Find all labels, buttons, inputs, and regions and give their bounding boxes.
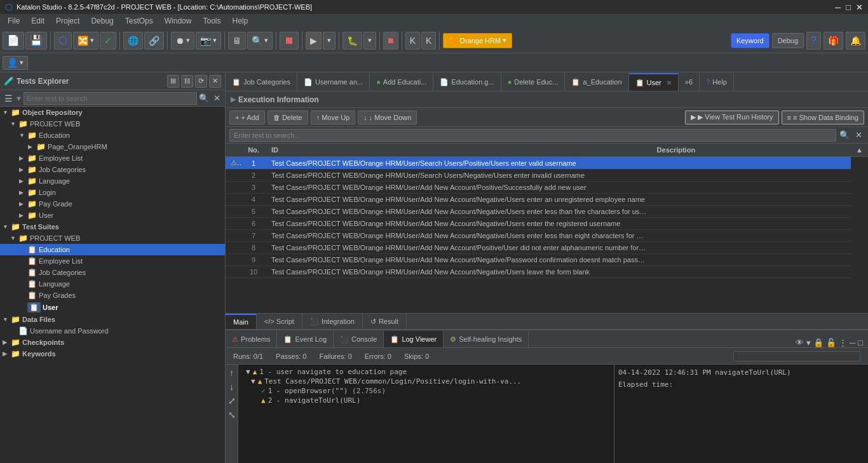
sidebar-item-login-repo[interactable]: ▶ 📁 Login xyxy=(0,187,225,198)
show-binding-button[interactable]: ≡ ≡ Show Data Binding xyxy=(782,111,864,124)
log-more-icon[interactable]: ⋮ xyxy=(839,338,847,347)
exec-info-collapse-icon[interactable]: ▶ xyxy=(231,95,236,104)
close-button[interactable]: ✕ xyxy=(856,3,863,12)
new-button[interactable]: 📄 xyxy=(3,32,24,50)
sidebar-item-test-suites[interactable]: ▼ 📁 Test Suites xyxy=(0,221,225,232)
delete-button[interactable]: 🗑 Delete xyxy=(268,111,308,124)
tab-education-g[interactable]: 📄 Education.g... xyxy=(433,73,501,91)
sidebar-item-object-repository[interactable]: ▼ 📁 Object Repository xyxy=(0,107,225,118)
tab-integration[interactable]: ⬛ Integration xyxy=(302,314,363,329)
sidebar-item-pay-grade-repo[interactable]: ▶ 📁 Pay Grade xyxy=(0,198,225,210)
gift-btn[interactable]: 🎁 xyxy=(824,32,843,50)
record-button[interactable]: ⏺ ▾ xyxy=(171,32,194,50)
log-eye-icon[interactable]: 👁 xyxy=(796,338,804,347)
menu-project[interactable]: Project xyxy=(51,15,85,27)
log-tab-log-viewer[interactable]: 📋 Log Viewer xyxy=(384,331,444,347)
notification-btn[interactable]: 🔔 xyxy=(846,32,865,50)
sidebar-item-keywords[interactable]: ▶ 📁 Keywords xyxy=(0,348,225,359)
debug-run-btn[interactable]: 🐛 xyxy=(342,32,362,50)
tab-username[interactable]: 📄 Username an... xyxy=(297,73,370,91)
sidebar-item-user-repo[interactable]: ▶ 📁 User xyxy=(0,210,225,221)
katalon-agent2[interactable]: K xyxy=(421,32,436,50)
tab-more[interactable]: »6 xyxy=(679,73,700,91)
tab-add-education[interactable]: ● Add Educati... xyxy=(370,73,433,91)
log-minimize-icon[interactable]: ─ xyxy=(850,338,855,347)
sidebar-item-ts-project-web[interactable]: ▼ 📁 PROJECT WEB xyxy=(0,232,225,244)
content-search-btn[interactable]: 🔍 xyxy=(839,130,850,141)
content-search-clear-btn[interactable]: ✕ xyxy=(853,130,864,141)
git-button[interactable]: 🔀 ▾ xyxy=(73,32,98,50)
tab-delete-educ[interactable]: ● Delete Educ... xyxy=(501,73,566,91)
log-config-icon[interactable]: ▾ xyxy=(806,338,811,347)
maximize-button[interactable]: □ xyxy=(846,3,851,12)
log-up-btn[interactable]: ↑ xyxy=(226,367,238,379)
content-search-input[interactable] xyxy=(229,129,836,142)
log-tab-self-healing[interactable]: ⚙ Self-healing Insights xyxy=(444,331,529,347)
move-up-button[interactable]: ↑ Move Up xyxy=(311,111,356,124)
log-unlock-icon[interactable]: 🔓 xyxy=(826,338,836,347)
menu-testops[interactable]: TestOps xyxy=(120,15,158,27)
globe-button[interactable]: 🌐 xyxy=(123,32,143,50)
sidebar-item-ts-language[interactable]: 📋 Language xyxy=(0,278,225,290)
table-row[interactable]: 5 Test Cases/PROJECT WEB/Orange HRM/User… xyxy=(226,206,868,218)
katalon-agent[interactable]: K xyxy=(405,32,420,50)
sidebar-item-ts-pay-grades[interactable]: 📋 Pay Grades xyxy=(0,290,225,301)
debug-run-dropdown[interactable]: ▾ xyxy=(363,32,376,50)
sidebar-item-education-repo[interactable]: ▼ 📁 Education xyxy=(0,130,225,141)
move-down-button[interactable]: ↓ ↓ Move Down xyxy=(358,111,417,124)
spy-button[interactable]: 🔍 ▾ xyxy=(247,32,273,50)
log-line-1-expand[interactable]: ▼ xyxy=(241,368,250,376)
run-dropdown[interactable]: ▾ xyxy=(323,32,336,50)
menu-edit[interactable]: Edit xyxy=(26,15,50,27)
orange-hrm-button[interactable]: 🟠 Orange HRM ▾ xyxy=(443,33,512,48)
menu-file[interactable]: File xyxy=(3,15,25,27)
help-icon-btn[interactable]: ? xyxy=(806,32,821,50)
sidebar-item-language-repo[interactable]: ▶ 📁 Language xyxy=(0,175,225,187)
menu-tools[interactable]: Tools xyxy=(198,15,226,27)
sidebar-item-project-web-repo[interactable]: ▼ 📁 PROJECT WEB xyxy=(0,118,225,130)
menu-debug[interactable]: Debug xyxy=(86,15,118,27)
katalon-icon-btn[interactable]: ⬡ xyxy=(54,32,72,50)
log-tab-console[interactable]: ⬛ Console xyxy=(334,331,384,347)
monitor-button[interactable]: 🖥 xyxy=(228,32,246,50)
camera-button[interactable]: 📷 ▾ xyxy=(196,32,221,50)
tab-user-close[interactable]: ✕ xyxy=(667,79,672,86)
save-button[interactable]: 💾 xyxy=(25,32,47,50)
sidebar-item-ts-user[interactable]: 📋 User xyxy=(0,301,225,314)
tab-script[interactable]: </> Script xyxy=(257,314,302,329)
debug-button[interactable]: Debug xyxy=(772,33,804,48)
profile-button[interactable]: 👤 ▾ xyxy=(3,56,28,70)
menu-help[interactable]: Help xyxy=(227,15,253,27)
log-collapse-btn[interactable]: ⤡ xyxy=(226,409,238,420)
keyword-button[interactable]: Keyword xyxy=(731,33,770,48)
check-button[interactable]: ✓ xyxy=(100,32,116,50)
tab-a-education[interactable]: 📋 a_Education xyxy=(565,73,628,91)
sidebar-item-checkpoints[interactable]: ▶ 📁 Checkpoints xyxy=(0,337,225,348)
table-row[interactable]: ⚠ 1 Test Cases/PROJECT WEB/Orange HRM/Us… xyxy=(226,157,868,170)
sidebar-item-job-categories-repo[interactable]: ▶ 📁 Job Categories xyxy=(0,164,225,175)
execute-button[interactable]: ▶ xyxy=(306,32,322,50)
log-tab-event[interactable]: 📋 Event Log xyxy=(277,331,334,347)
tab-user[interactable]: 📋 User ✕ xyxy=(629,73,679,91)
close-left-panel-btn[interactable]: ✕ xyxy=(209,75,221,88)
menu-window[interactable]: Window xyxy=(159,15,197,27)
left-menu-btn[interactable]: ☰ xyxy=(3,93,14,104)
left-search-btn[interactable]: 🔍 xyxy=(198,93,210,104)
table-row[interactable]: 6 Test Cases/PROJECT WEB/Orange HRM/User… xyxy=(226,218,868,230)
expand-all-btn[interactable]: ⊞ xyxy=(167,75,179,88)
col-scroll-up[interactable]: ▲ xyxy=(851,144,868,157)
table-row[interactable]: 10 Test Cases/PROJECT WEB/Orange HRM/Use… xyxy=(226,266,868,278)
log-tab-problems[interactable]: ⚠ Problems xyxy=(226,331,277,347)
minimize-button[interactable]: ─ xyxy=(835,3,841,12)
sidebar-item-ts-employee-list[interactable]: 📋 Employee List xyxy=(0,255,225,267)
tab-job-categories[interactable]: 📋 Job Categories xyxy=(226,73,297,91)
tab-main[interactable]: Main xyxy=(226,314,257,329)
log-lock-icon[interactable]: 🔒 xyxy=(813,338,824,347)
tab-result[interactable]: ↺ Result xyxy=(363,314,407,329)
log-down-btn[interactable]: ↓ xyxy=(226,381,238,393)
view-history-button[interactable]: ▶ ▶ View Test Run History xyxy=(685,111,778,124)
sidebar-item-username-password[interactable]: 📄 Username and Password xyxy=(0,325,225,337)
add-button[interactable]: + + Add xyxy=(229,111,265,124)
stop-btn[interactable]: ⏹ xyxy=(280,32,299,50)
sidebar-item-ts-job-categories[interactable]: 📋 Job Categories xyxy=(0,267,225,278)
